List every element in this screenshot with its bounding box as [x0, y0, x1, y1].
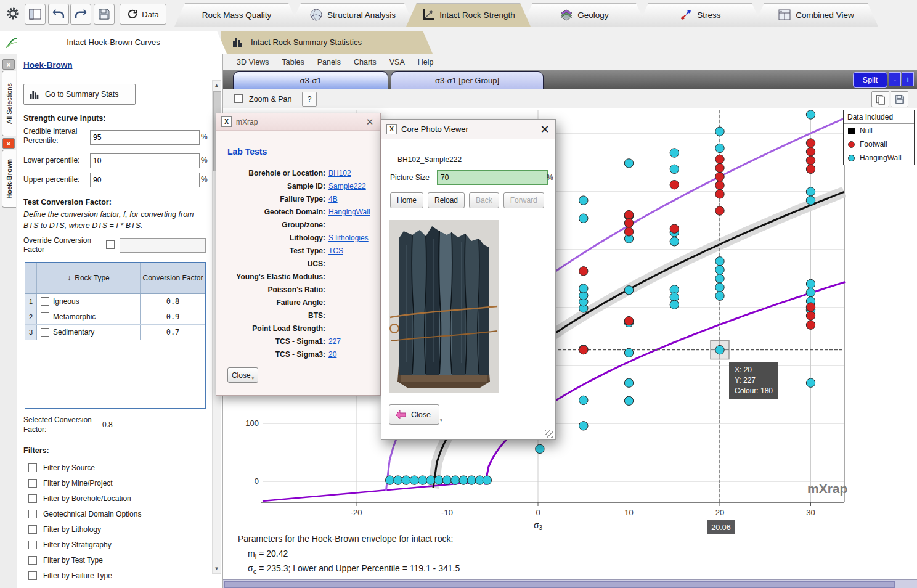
- data-point-hangingwall[interactable]: [806, 187, 815, 196]
- subtab-intact-rock-summary-statistics[interactable]: Intact Rock Summary Statistics: [221, 31, 433, 54]
- data-point-hangingwall[interactable]: [579, 422, 588, 430]
- lab-field-value-link[interactable]: BH102: [328, 169, 351, 178]
- data-point-footwall[interactable]: [806, 303, 815, 311]
- tab-stress[interactable]: Stress: [638, 3, 762, 27]
- tab-structural-analysis[interactable]: Structural Analysis: [290, 3, 415, 27]
- filter-checkbox[interactable]: [28, 571, 37, 580]
- zoom-pan-checkbox[interactable]: [234, 94, 243, 103]
- close-icon[interactable]: ✕: [364, 116, 375, 128]
- data-point-hangingwall[interactable]: [806, 196, 815, 205]
- upper-percentile-input[interactable]: [90, 173, 200, 187]
- filter-checkbox[interactable]: [28, 494, 37, 503]
- home-button[interactable]: Home: [390, 192, 423, 208]
- data-point-footwall[interactable]: [715, 163, 724, 172]
- lab-field-value-link[interactable]: S lithologies: [328, 234, 369, 242]
- menu-panels[interactable]: Panels: [317, 58, 341, 67]
- picture-size-input[interactable]: [437, 170, 548, 185]
- data-point-hangingwall[interactable]: [579, 396, 588, 404]
- data-point-hangingwall[interactable]: [670, 165, 679, 173]
- data-point-hangingwall[interactable]: [806, 110, 815, 119]
- table-row[interactable]: 1Igneous0.8: [25, 294, 205, 309]
- data-point-hangingwall[interactable]: [467, 476, 476, 484]
- scrollbar-thumb[interactable]: [224, 581, 895, 588]
- data-point-hangingwall[interactable]: [483, 476, 491, 484]
- data-point-hangingwall[interactable]: [715, 292, 724, 300]
- data-button[interactable]: Data: [120, 4, 166, 25]
- data-point-hangingwall[interactable]: [715, 266, 724, 274]
- scroll-down-arrow[interactable]: ▼: [213, 564, 221, 573]
- filter-checkbox[interactable]: [28, 510, 37, 518]
- data-point-footwall[interactable]: [715, 206, 724, 215]
- tab-combined-view[interactable]: Combined View: [754, 3, 878, 27]
- data-point-hangingwall[interactable]: [715, 274, 724, 283]
- data-point-hangingwall[interactable]: [410, 476, 418, 484]
- data-point-hangingwall[interactable]: [624, 378, 633, 387]
- filter-checkbox[interactable]: [28, 463, 37, 472]
- close-all-selections-button[interactable]: ×: [2, 59, 15, 70]
- selected-point[interactable]: [715, 345, 724, 354]
- resize-grip[interactable]: [545, 430, 553, 438]
- save-chart-button[interactable]: [891, 91, 908, 107]
- rock-type-cell[interactable]: Metamorphic: [37, 309, 141, 324]
- data-point-hangingwall[interactable]: [442, 476, 451, 484]
- data-point-hangingwall[interactable]: [670, 237, 679, 246]
- override-conversion-input[interactable]: [120, 238, 206, 253]
- data-point-hangingwall[interactable]: [624, 159, 633, 168]
- data-point-footwall[interactable]: [715, 190, 724, 198]
- subtab-intact-hoek-brown-curves[interactable]: Intact Hoek-Brown Curves: [0, 31, 227, 54]
- data-point-hangingwall[interactable]: [715, 283, 724, 292]
- data-point-hangingwall[interactable]: [579, 196, 588, 205]
- conversion-factor-header[interactable]: Conversion Factor: [141, 263, 205, 293]
- panel-title[interactable]: Hoek-Brown: [23, 60, 73, 70]
- lab-field-value-link[interactable]: HangingWall: [328, 208, 370, 216]
- lab-field-value-link[interactable]: TCS: [328, 247, 343, 255]
- help-button[interactable]: ?: [302, 92, 317, 107]
- credible-interval-input[interactable]: [90, 130, 200, 145]
- scroll-up-arrow[interactable]: ▲: [213, 81, 221, 90]
- data-point-footwall[interactable]: [715, 181, 724, 190]
- data-point-hangingwall[interactable]: [418, 476, 427, 484]
- data-point-hangingwall[interactable]: [385, 476, 394, 484]
- data-point-footwall[interactable]: [806, 311, 815, 320]
- data-point-hangingwall[interactable]: [394, 476, 402, 484]
- data-point-footwall[interactable]: [806, 139, 815, 147]
- menu-3d-views[interactable]: 3D Views: [237, 58, 269, 67]
- dialog-titlebar[interactable]: Χ Core Photo Viewer ✕: [381, 120, 555, 139]
- save-button[interactable]: [94, 4, 115, 25]
- data-point-hangingwall[interactable]: [670, 149, 679, 157]
- close-icon[interactable]: ✕: [539, 123, 550, 136]
- menu-charts[interactable]: Charts: [354, 58, 377, 67]
- rock-type-cell[interactable]: Sedimentary: [37, 325, 141, 340]
- data-point-hangingwall[interactable]: [624, 396, 633, 405]
- rock-type-cell[interactable]: Igneous: [37, 294, 141, 309]
- override-conversion-checkbox[interactable]: [106, 240, 115, 249]
- menu-help[interactable]: Help: [418, 58, 434, 67]
- tab-intact-rock-strength[interactable]: Intact Rock Strength: [406, 3, 531, 27]
- data-point-hangingwall[interactable]: [459, 476, 468, 484]
- chart-tab-3-1[interactable]: σ3-σ1: [233, 71, 388, 89]
- redo-button[interactable]: [70, 4, 91, 25]
- data-point-hangingwall[interactable]: [402, 476, 410, 484]
- row-checkbox[interactable]: [41, 328, 49, 337]
- table-row[interactable]: 2Metamorphic0.9: [25, 309, 205, 325]
- filter-checkbox[interactable]: [28, 556, 37, 565]
- row-checkbox[interactable]: [41, 312, 49, 321]
- side-tab-all-selections[interactable]: All Selections: [2, 71, 16, 136]
- data-point-footwall[interactable]: [715, 172, 724, 181]
- filter-checkbox[interactable]: [28, 541, 37, 549]
- row-checkbox[interactable]: [41, 297, 49, 306]
- chart-tab-3-1-per-group[interactable]: σ3-σ1 [per Group]: [391, 71, 544, 89]
- data-point-footwall[interactable]: [579, 267, 588, 276]
- data-point-hangingwall[interactable]: [536, 444, 544, 453]
- data-point-hangingwall[interactable]: [806, 288, 815, 296]
- undo-button[interactable]: [48, 4, 69, 25]
- data-point-hangingwall[interactable]: [670, 300, 679, 309]
- lab-field-value-link[interactable]: 4B: [328, 195, 338, 203]
- tab-rock-mass-quality[interactable]: Rock Mass Quality: [174, 3, 299, 27]
- lab-field-value-link[interactable]: 227: [328, 337, 341, 346]
- expand-button[interactable]: +: [902, 72, 914, 86]
- lab-close-button[interactable]: Close ▾: [227, 367, 258, 383]
- side-tab-hoek-brown[interactable]: Hoek-Brown: [2, 150, 16, 208]
- rock-type-header[interactable]: ↓ Rock Type: [37, 263, 141, 293]
- data-point-hangingwall[interactable]: [451, 476, 460, 484]
